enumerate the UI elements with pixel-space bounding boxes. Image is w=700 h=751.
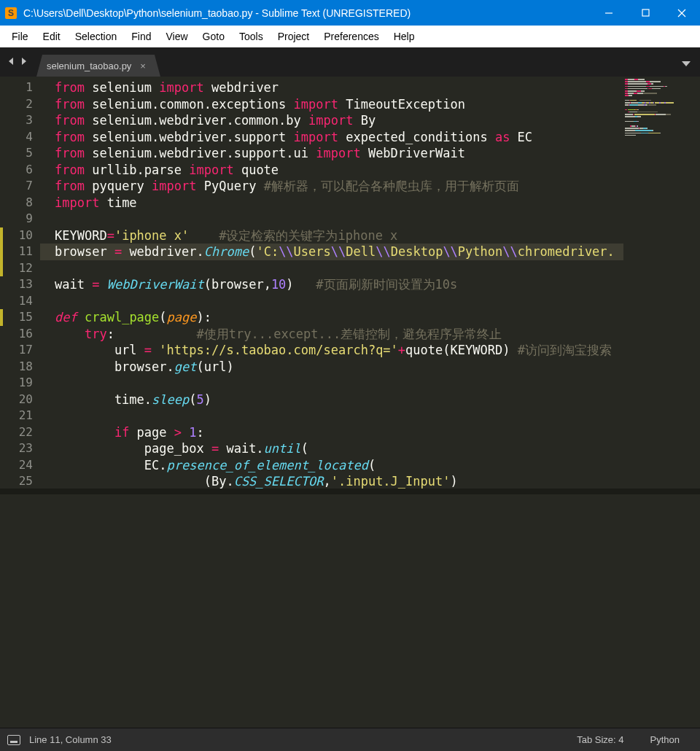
tab-close-icon[interactable]: ×	[140, 61, 146, 71]
minimap[interactable]	[623, 77, 700, 489]
menu-goto[interactable]: Goto	[195, 28, 232, 45]
code-line[interactable]: browser.get(url)	[55, 359, 234, 374]
line-number[interactable]: 2	[0, 96, 40, 113]
code-line[interactable]: from urllib.parse import quote	[55, 163, 279, 177]
line-number[interactable]: 6	[0, 162, 40, 179]
line-number[interactable]: 11	[0, 244, 40, 260]
code-line[interactable]: from selenium.webdriver.common.by import…	[55, 113, 376, 128]
window-controls	[591, 0, 700, 26]
code-line[interactable]: wait = WebDriverWait(browser,10) #页面刷新时间…	[55, 277, 457, 292]
code-line[interactable]: if page > 1:	[55, 425, 204, 440]
status-syntax[interactable]: Python	[637, 734, 693, 745]
svg-rect-1	[642, 9, 649, 16]
line-number[interactable]: 20	[0, 392, 40, 408]
line-number[interactable]: 19	[0, 375, 40, 392]
code-line[interactable]: browser = webdriver.Chrome('C:\\Users\\D…	[40, 244, 623, 260]
tab-active[interactable]: selenium_taobao.py ×	[36, 55, 160, 77]
code-line[interactable]: KEYWORD='iphone x' #设定检索的关键字为iphone x	[55, 228, 397, 243]
line-number[interactable]: 21	[0, 408, 40, 424]
code-line[interactable]: from selenium import webdriver	[55, 80, 279, 95]
line-number[interactable]: 4	[0, 129, 40, 146]
tab-overflow-icon[interactable]	[681, 58, 691, 71]
console-panel[interactable]	[0, 494, 700, 728]
titlebar: S C:\Users\Dell\Desktop\Python\selenium_…	[0, 0, 700, 26]
line-number[interactable]: 5	[0, 145, 40, 162]
code-line[interactable]: from selenium.common.exceptions import T…	[55, 97, 465, 112]
line-number[interactable]: 7	[0, 178, 40, 195]
tab-row: selenium_taobao.py ×	[0, 47, 700, 77]
line-number[interactable]: 17	[0, 342, 40, 359]
menu-help[interactable]: Help	[386, 28, 422, 45]
menu-view[interactable]: View	[159, 28, 195, 45]
line-number[interactable]: 3	[0, 112, 40, 129]
line-number[interactable]: 18	[0, 359, 40, 376]
tab-label: selenium_taobao.py	[47, 61, 131, 71]
editor[interactable]: 1234567891011121314151617181920212223242…	[0, 77, 700, 489]
line-number[interactable]: 8	[0, 195, 40, 211]
app-icon: S	[0, 0, 22, 26]
menubar: FileEditSelectionFindViewGotoToolsProjec…	[0, 26, 700, 47]
code-line[interactable]: def crawl_page(page):	[55, 310, 211, 324]
nav-forward-icon[interactable]	[19, 56, 31, 68]
sublime-logo-icon: S	[5, 7, 17, 19]
line-number[interactable]: 9	[0, 211, 40, 227]
nav-back-icon[interactable]	[6, 56, 18, 68]
close-button[interactable]	[664, 0, 700, 26]
code-line[interactable]: page_box = wait.until(	[55, 441, 308, 456]
code-line[interactable]: try: #使用try...except...差错控制，避免程序异常终止	[55, 327, 502, 341]
panel-switcher-icon[interactable]	[7, 735, 20, 745]
line-number[interactable]: 15	[0, 309, 40, 326]
line-number[interactable]: 10	[0, 227, 40, 244]
menu-edit[interactable]: Edit	[36, 28, 68, 45]
line-number[interactable]: 25	[0, 473, 40, 490]
gutter[interactable]: 1234567891011121314151617181920212223242…	[0, 77, 40, 489]
code-line[interactable]: EC.presence_of_element_located(	[55, 458, 376, 472]
statusbar: Line 11, Column 33 Tab Size: 4 Python	[0, 728, 700, 751]
line-number[interactable]: 1	[0, 79, 40, 96]
menu-tools[interactable]: Tools	[232, 28, 271, 45]
line-number[interactable]: 24	[0, 457, 40, 474]
menu-file[interactable]: File	[4, 28, 36, 45]
line-number[interactable]: 12	[0, 260, 40, 277]
code-line[interactable]: import time	[55, 195, 137, 210]
code-line[interactable]: (By.CSS_SELECTOR,'.input.J_Input')	[55, 474, 458, 489]
window-title: C:\Users\Dell\Desktop\Python\selenium_ta…	[22, 7, 591, 19]
status-tab-size[interactable]: Tab Size: 4	[564, 734, 637, 745]
menu-project[interactable]: Project	[271, 28, 317, 45]
menu-preferences[interactable]: Preferences	[316, 28, 386, 45]
code-line[interactable]: from selenium.webdriver.support import e…	[55, 130, 532, 144]
code-line[interactable]: from selenium.webdriver.support.ui impor…	[55, 146, 465, 160]
line-number[interactable]: 23	[0, 440, 40, 457]
code-area[interactable]: from selenium import webdriver from sele…	[40, 77, 623, 489]
menu-find[interactable]: Find	[124, 28, 158, 45]
minimize-button[interactable]	[591, 0, 627, 26]
history-nav	[0, 56, 36, 68]
maximize-button[interactable]	[627, 0, 664, 26]
code-line[interactable]: time.sleep(5)	[55, 392, 211, 407]
code-line[interactable]: from pyquery import PyQuery #解析器，可以配合各种爬…	[55, 179, 519, 193]
line-number[interactable]: 14	[0, 293, 40, 310]
line-number[interactable]: 16	[0, 326, 40, 343]
panel-splitter[interactable]	[0, 489, 700, 494]
status-cursor[interactable]: Line 11, Column 33	[29, 734, 112, 745]
menu-selection[interactable]: Selection	[68, 28, 125, 45]
code-line[interactable]: url = 'https://s.taobao.com/search?q='+q…	[55, 343, 612, 357]
line-number[interactable]: 22	[0, 424, 40, 441]
line-number[interactable]: 13	[0, 276, 40, 293]
